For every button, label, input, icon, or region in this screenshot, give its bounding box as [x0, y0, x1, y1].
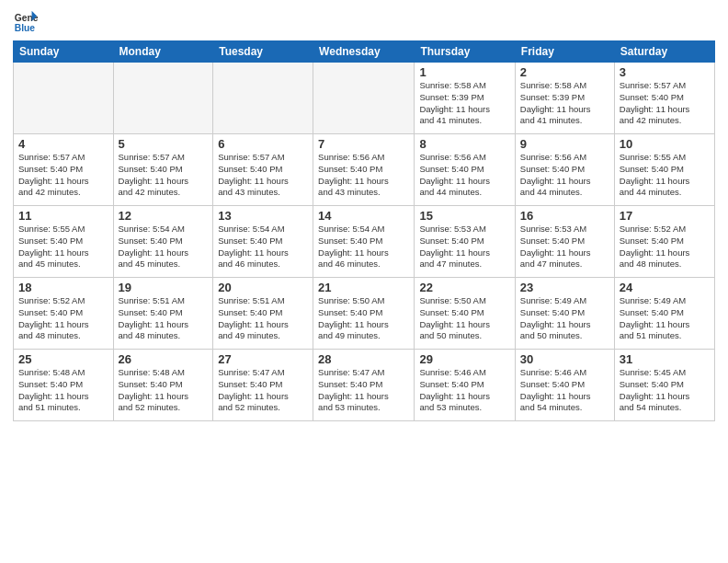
day-number: 3 — [620, 65, 710, 79]
svg-text:Blue: Blue — [15, 23, 36, 33]
day-cell-5: 5Sunrise: 5:57 AM Sunset: 5:40 PM Daylig… — [113, 134, 213, 206]
day-cell-23: 23Sunrise: 5:49 AM Sunset: 5:40 PM Dayli… — [515, 278, 614, 350]
day-info: Sunrise: 5:50 AM Sunset: 5:40 PM Dayligh… — [318, 295, 409, 342]
day-number: 19 — [119, 281, 209, 294]
day-cell-17: 17Sunrise: 5:52 AM Sunset: 5:40 PM Dayli… — [614, 206, 714, 278]
day-info: Sunrise: 5:57 AM Sunset: 5:40 PM Dayligh… — [620, 80, 710, 127]
day-info: Sunrise: 5:56 AM Sunset: 5:40 PM Dayligh… — [419, 152, 509, 199]
day-cell-11: 11Sunrise: 5:55 AM Sunset: 5:40 PM Dayli… — [14, 206, 114, 278]
day-info: Sunrise: 5:58 AM Sunset: 5:39 PM Dayligh… — [520, 80, 609, 127]
day-info: Sunrise: 5:57 AM Sunset: 5:40 PM Dayligh… — [119, 152, 209, 199]
day-number: 28 — [318, 352, 409, 366]
weekday-header-saturday: Saturday — [614, 41, 714, 63]
day-number: 15 — [419, 209, 509, 223]
day-number: 9 — [520, 137, 609, 151]
day-number: 6 — [218, 137, 308, 151]
day-number: 25 — [18, 352, 108, 366]
day-cell-30: 30Sunrise: 5:46 AM Sunset: 5:40 PM Dayli… — [515, 350, 614, 421]
empty-cell — [213, 63, 313, 134]
day-number: 14 — [318, 209, 409, 223]
day-cell-9: 9Sunrise: 5:56 AM Sunset: 5:40 PM Daylig… — [515, 134, 614, 206]
day-info: Sunrise: 5:45 AM Sunset: 5:40 PM Dayligh… — [620, 367, 710, 414]
day-cell-18: 18Sunrise: 5:52 AM Sunset: 5:40 PM Dayli… — [14, 278, 114, 350]
day-info: Sunrise: 5:47 AM Sunset: 5:40 PM Dayligh… — [318, 367, 409, 414]
day-number: 26 — [119, 352, 209, 366]
day-cell-25: 25Sunrise: 5:48 AM Sunset: 5:40 PM Dayli… — [14, 350, 114, 421]
day-cell-3: 3Sunrise: 5:57 AM Sunset: 5:40 PM Daylig… — [614, 63, 714, 134]
day-number: 16 — [520, 209, 609, 223]
day-info: Sunrise: 5:54 AM Sunset: 5:40 PM Dayligh… — [318, 224, 409, 270]
weekday-header-sunday: Sunday — [14, 41, 114, 63]
empty-cell — [313, 63, 415, 134]
day-number: 5 — [119, 137, 209, 151]
day-info: Sunrise: 5:52 AM Sunset: 5:40 PM Dayligh… — [620, 224, 710, 270]
week-row-3: 11Sunrise: 5:55 AM Sunset: 5:40 PM Dayli… — [14, 206, 715, 278]
calendar-table: SundayMondayTuesdayWednesdayThursdayFrid… — [13, 40, 715, 421]
logo-icon: General Blue — [13, 9, 39, 35]
day-number: 20 — [218, 281, 308, 294]
day-cell-1: 1Sunrise: 5:58 AM Sunset: 5:39 PM Daylig… — [415, 63, 515, 134]
day-number: 22 — [419, 281, 509, 294]
day-cell-8: 8Sunrise: 5:56 AM Sunset: 5:40 PM Daylig… — [415, 134, 515, 206]
page-container: General Blue SundayMondayTuesdayWednesda… — [0, 0, 728, 563]
day-number: 31 — [620, 352, 710, 366]
day-number: 7 — [318, 137, 409, 151]
day-cell-16: 16Sunrise: 5:53 AM Sunset: 5:40 PM Dayli… — [515, 206, 614, 278]
day-number: 4 — [18, 137, 108, 151]
day-cell-15: 15Sunrise: 5:53 AM Sunset: 5:40 PM Dayli… — [415, 206, 515, 278]
weekday-header-row: SundayMondayTuesdayWednesdayThursdayFrid… — [14, 41, 715, 63]
day-info: Sunrise: 5:53 AM Sunset: 5:40 PM Dayligh… — [520, 224, 609, 270]
day-cell-13: 13Sunrise: 5:54 AM Sunset: 5:40 PM Dayli… — [213, 206, 313, 278]
logo: General Blue — [13, 9, 39, 35]
header: General Blue — [13, 9, 715, 35]
week-row-2: 4Sunrise: 5:57 AM Sunset: 5:40 PM Daylig… — [14, 134, 715, 206]
day-info: Sunrise: 5:48 AM Sunset: 5:40 PM Dayligh… — [119, 367, 209, 414]
day-cell-20: 20Sunrise: 5:51 AM Sunset: 5:40 PM Dayli… — [213, 278, 313, 350]
day-number: 1 — [419, 65, 509, 79]
day-number: 12 — [119, 209, 209, 223]
day-info: Sunrise: 5:49 AM Sunset: 5:40 PM Dayligh… — [520, 295, 609, 342]
day-cell-19: 19Sunrise: 5:51 AM Sunset: 5:40 PM Dayli… — [113, 278, 213, 350]
weekday-header-tuesday: Tuesday — [213, 41, 313, 63]
day-cell-28: 28Sunrise: 5:47 AM Sunset: 5:40 PM Dayli… — [313, 350, 415, 421]
day-cell-22: 22Sunrise: 5:50 AM Sunset: 5:40 PM Dayli… — [415, 278, 515, 350]
weekday-header-friday: Friday — [515, 41, 614, 63]
day-info: Sunrise: 5:49 AM Sunset: 5:40 PM Dayligh… — [620, 295, 710, 342]
day-info: Sunrise: 5:55 AM Sunset: 5:40 PM Dayligh… — [18, 224, 108, 270]
day-info: Sunrise: 5:47 AM Sunset: 5:40 PM Dayligh… — [218, 367, 308, 414]
day-info: Sunrise: 5:48 AM Sunset: 5:40 PM Dayligh… — [18, 367, 108, 414]
day-info: Sunrise: 5:57 AM Sunset: 5:40 PM Dayligh… — [18, 152, 108, 199]
week-row-1: 1Sunrise: 5:58 AM Sunset: 5:39 PM Daylig… — [14, 63, 715, 134]
day-info: Sunrise: 5:56 AM Sunset: 5:40 PM Dayligh… — [318, 152, 409, 199]
day-cell-31: 31Sunrise: 5:45 AM Sunset: 5:40 PM Dayli… — [614, 350, 714, 421]
day-info: Sunrise: 5:56 AM Sunset: 5:40 PM Dayligh… — [520, 152, 609, 199]
day-cell-6: 6Sunrise: 5:57 AM Sunset: 5:40 PM Daylig… — [213, 134, 313, 206]
day-cell-14: 14Sunrise: 5:54 AM Sunset: 5:40 PM Dayli… — [313, 206, 415, 278]
day-number: 2 — [520, 65, 609, 79]
day-number: 30 — [520, 352, 609, 366]
day-cell-29: 29Sunrise: 5:46 AM Sunset: 5:40 PM Dayli… — [415, 350, 515, 421]
day-cell-21: 21Sunrise: 5:50 AM Sunset: 5:40 PM Dayli… — [313, 278, 415, 350]
day-info: Sunrise: 5:54 AM Sunset: 5:40 PM Dayligh… — [218, 224, 308, 270]
day-number: 24 — [620, 281, 710, 294]
day-number: 10 — [620, 137, 710, 151]
day-info: Sunrise: 5:54 AM Sunset: 5:40 PM Dayligh… — [119, 224, 209, 270]
weekday-header-thursday: Thursday — [415, 41, 515, 63]
weekday-header-monday: Monday — [113, 41, 213, 63]
day-number: 21 — [318, 281, 409, 294]
day-cell-10: 10Sunrise: 5:55 AM Sunset: 5:40 PM Dayli… — [614, 134, 714, 206]
empty-cell — [113, 63, 213, 134]
day-number: 23 — [520, 281, 609, 294]
weekday-header-wednesday: Wednesday — [313, 41, 415, 63]
day-info: Sunrise: 5:58 AM Sunset: 5:39 PM Dayligh… — [419, 80, 509, 127]
day-cell-27: 27Sunrise: 5:47 AM Sunset: 5:40 PM Dayli… — [213, 350, 313, 421]
day-number: 11 — [18, 209, 108, 223]
day-info: Sunrise: 5:50 AM Sunset: 5:40 PM Dayligh… — [419, 295, 509, 342]
week-row-5: 25Sunrise: 5:48 AM Sunset: 5:40 PM Dayli… — [14, 350, 715, 421]
day-number: 8 — [419, 137, 509, 151]
week-row-4: 18Sunrise: 5:52 AM Sunset: 5:40 PM Dayli… — [14, 278, 715, 350]
day-info: Sunrise: 5:57 AM Sunset: 5:40 PM Dayligh… — [218, 152, 308, 199]
day-cell-26: 26Sunrise: 5:48 AM Sunset: 5:40 PM Dayli… — [113, 350, 213, 421]
day-info: Sunrise: 5:46 AM Sunset: 5:40 PM Dayligh… — [419, 367, 509, 414]
day-number: 29 — [419, 352, 509, 366]
